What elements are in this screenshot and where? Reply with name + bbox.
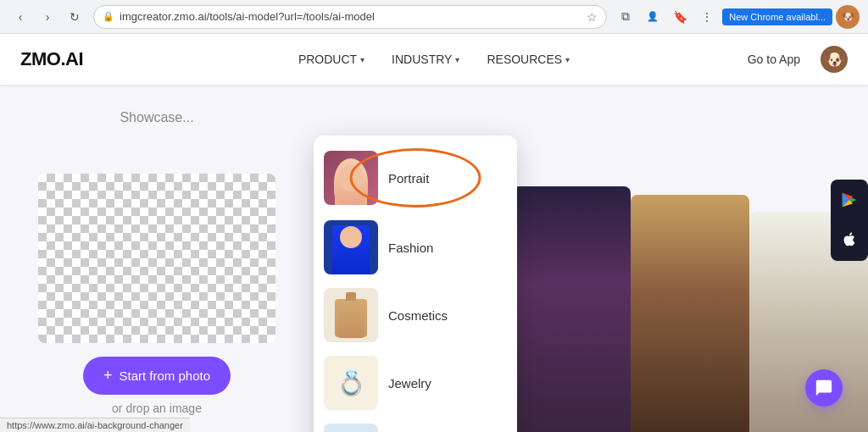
furniture-thumbnail (324, 424, 378, 432)
back-button[interactable]: ‹ (8, 5, 32, 29)
nav-menu: PRODUCT ▾ INDUSTRY ▾ RESOURCES ▾ (298, 53, 570, 66)
portrait-label: Portrait (388, 171, 429, 186)
model-figure-2 (631, 195, 749, 432)
fashion-thumbnail (324, 220, 378, 274)
address-bar[interactable]: 🔒 imgcreator.zmo.ai/tools/ai-model?url=/… (93, 5, 607, 29)
dropdown-item-furniture[interactable]: Furniture (314, 417, 517, 432)
apple-store-badge[interactable] (831, 220, 868, 261)
browser-profile-avatar[interactable]: 🐶 (836, 5, 860, 29)
browser-chrome: ‹ › ↻ 🔒 imgcreator.zmo.ai/tools/ai-model… (0, 0, 868, 34)
status-bar: https://www.zmo.ai/ai-background-changer (0, 418, 190, 432)
portrait-thumbnail (324, 151, 378, 205)
go-to-app-button[interactable]: Go to App (737, 47, 810, 71)
resources-chevron-icon: ▾ (565, 55, 570, 64)
profile-button[interactable]: 👤 (641, 5, 665, 29)
upload-area[interactable] (38, 174, 275, 343)
product-chevron-icon: ▾ (360, 55, 364, 64)
header-right: Go to App 🐶 (737, 46, 848, 73)
plus-icon: + (103, 367, 113, 385)
lock-icon: 🔒 (103, 11, 114, 22)
page-background: Showcase... + Start from photo or drop a… (0, 85, 868, 432)
website: ZMO.AI PRODUCT ▾ INDUSTRY ▾ RESOURCES ▾ … (0, 34, 868, 432)
nav-buttons: ‹ › ↻ (8, 5, 86, 29)
extensions-button[interactable]: ⧉ (614, 5, 637, 29)
browser-icons: ⧉ 👤 🔖 ⋮ New Chrome availabl... 🐶 (614, 5, 860, 29)
dropdown-item-portrait[interactable]: Portrait (314, 142, 517, 213)
cosmetics-thumbnail (324, 288, 378, 342)
side-app-badges (831, 180, 868, 261)
reload-button[interactable]: ↻ (63, 5, 86, 29)
star-icon[interactable]: ☆ (587, 10, 598, 24)
drop-text: or drop an image (112, 402, 202, 415)
nav-industry[interactable]: INDUSTRY ▾ (392, 53, 459, 66)
bookmark-button[interactable]: 🔖 (668, 5, 692, 29)
start-from-photo-button[interactable]: + Start from photo (83, 357, 231, 395)
start-from-photo-label: Start from photo (119, 368, 210, 383)
fashion-label: Fashion (388, 241, 433, 255)
nav-resources[interactable]: RESOURCES ▾ (487, 53, 570, 66)
jewelry-thumbnail: 💍 (324, 356, 378, 410)
left-panel: Showcase... + Start from photo or drop a… (0, 85, 314, 432)
dropdown-item-cosmetics[interactable]: Cosmetics (314, 281, 517, 349)
chat-bubble-button[interactable] (805, 369, 843, 407)
dropdown-item-fashion[interactable]: Fashion (314, 213, 517, 281)
nav-product[interactable]: PRODUCT ▾ (298, 53, 364, 66)
industry-dropdown: Portrait Fashion Cosmetics (314, 136, 517, 432)
more-button[interactable]: ⋮ (695, 5, 719, 29)
google-play-badge[interactable] (831, 180, 868, 220)
site-header: ZMO.AI PRODUCT ▾ INDUSTRY ▾ RESOURCES ▾ … (0, 34, 868, 85)
jewelry-label: Jewelry (388, 376, 431, 390)
header-avatar[interactable]: 🐶 (821, 46, 848, 73)
dropdown-item-jewelry[interactable]: 💍 Jewelry (314, 349, 517, 417)
industry-chevron-icon: ▾ (455, 55, 459, 64)
cosmetics-label: Cosmetics (388, 308, 448, 323)
new-chrome-badge: New Chrome availabl... (722, 8, 832, 25)
showcase-text: Showcase... (120, 110, 193, 125)
url-text: imgcreator.zmo.ai/tools/ai-model?url=/to… (120, 10, 581, 23)
model-figure-1 (512, 186, 631, 432)
site-logo[interactable]: ZMO.AI (20, 48, 83, 70)
forward-button[interactable]: › (36, 5, 59, 29)
